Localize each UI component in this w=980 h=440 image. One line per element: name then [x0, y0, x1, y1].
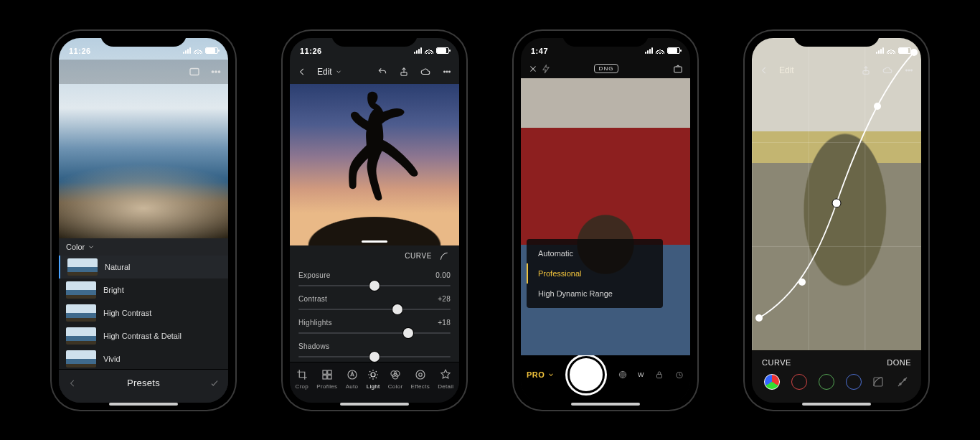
curve-panel: CURVE DONE [752, 350, 921, 403]
slider-contrast[interactable]: Contrast+28 [290, 291, 459, 314]
capture-mode-option[interactable]: High Dynamic Range [527, 284, 663, 304]
slider-track[interactable] [298, 332, 451, 334]
slider-knob[interactable] [369, 281, 380, 291]
channel-red[interactable] [791, 374, 807, 390]
channel-green[interactable] [819, 374, 834, 390]
toolbar: Crop Profiles Auto Light Color Effects D… [290, 362, 459, 403]
camera-top-bar: DNG [521, 60, 690, 78]
phone-light-edit: 11:26 Edit [283, 31, 466, 410]
white-balance-button[interactable]: W [638, 371, 644, 378]
slider-value: +28 [438, 295, 451, 303]
tool-effects[interactable]: Effects [408, 367, 433, 391]
slider-knob[interactable] [369, 352, 380, 362]
mode-button[interactable]: PRO [527, 370, 555, 379]
notch [793, 31, 880, 47]
aspect-icon[interactable] [188, 65, 201, 78]
more-icon[interactable] [903, 64, 915, 77]
slider-track[interactable] [298, 356, 451, 357]
status-time: 1:47 [531, 47, 548, 55]
tool-label: Crop [296, 383, 309, 390]
svg-point-28 [798, 278, 806, 286]
check-icon[interactable] [209, 377, 220, 390]
photo-preview[interactable]: 11:26 [59, 38, 228, 238]
timer-icon[interactable] [674, 370, 684, 380]
back-icon[interactable] [296, 65, 308, 78]
svg-point-3 [218, 70, 220, 72]
light-panel: CURVE Exposure0.00 Contrast+28 Highlight… [290, 245, 459, 362]
capture-mode-option[interactable]: Professional [527, 263, 663, 284]
curve-button[interactable]: CURVE [290, 245, 459, 267]
capture-mode-option[interactable]: Automatic [527, 243, 663, 263]
format-toggle[interactable]: DNG [594, 64, 619, 73]
slider-exposure[interactable]: Exposure0.00 [290, 267, 459, 291]
exposure-comp-button[interactable] [618, 370, 628, 380]
switch-camera-icon[interactable] [672, 62, 684, 75]
done-button[interactable]: DONE [887, 358, 911, 367]
more-icon[interactable] [440, 65, 453, 78]
auto-icon [346, 368, 359, 381]
back-icon[interactable] [758, 64, 771, 77]
svg-point-6 [446, 71, 448, 72]
slider-knob[interactable] [403, 328, 413, 338]
close-icon[interactable] [527, 62, 540, 75]
fx-icon [414, 368, 427, 381]
more-icon[interactable] [209, 65, 222, 78]
app-top-bar: Edit [290, 60, 459, 84]
preset-row[interactable]: Vivid [59, 347, 228, 369]
wifi-icon [425, 47, 433, 55]
crop-icon [296, 368, 308, 381]
drag-handle[interactable] [362, 240, 387, 243]
screen: 11:26 [59, 38, 228, 403]
preset-thumb [66, 350, 96, 368]
parametric-curve-icon[interactable] [872, 375, 885, 388]
slider-knob[interactable] [392, 304, 402, 314]
tool-color[interactable]: Color [385, 367, 406, 391]
chevron-left-icon[interactable] [67, 377, 77, 390]
tool-light[interactable]: Light [364, 367, 383, 391]
channel-blue[interactable] [846, 374, 862, 390]
edit-dropdown[interactable]: Edit [779, 65, 794, 75]
share-icon[interactable] [397, 65, 410, 78]
tool-detail[interactable]: Detail [435, 367, 456, 391]
preset-label: High Contrast & Detail [103, 332, 182, 340]
slider-highlights[interactable]: Highlights+18 [290, 314, 459, 338]
shutter-button[interactable] [567, 356, 605, 393]
cloud-icon[interactable] [419, 65, 432, 78]
slider-track[interactable] [298, 309, 451, 310]
channel-rgb[interactable] [764, 374, 780, 390]
photo-preview[interactable] [290, 84, 459, 245]
flash-icon[interactable] [540, 62, 552, 75]
preset-label: High Contrast [103, 309, 151, 317]
curve-icon [438, 250, 451, 263]
preset-label: Vivid [103, 355, 121, 363]
photo-preview[interactable]: Edit [752, 38, 921, 350]
camera-viewfinder[interactable]: AutomaticProfessionalHigh Dynamic Range [521, 78, 690, 355]
tool-auto[interactable]: Auto [343, 367, 362, 391]
svg-point-27 [755, 314, 763, 322]
phone-presets: 11:26 [52, 31, 235, 410]
undo-icon[interactable] [376, 65, 389, 78]
preset-thumb [66, 304, 96, 322]
preset-row[interactable]: High Contrast [59, 301, 228, 324]
phone-camera: 1:47 DNG AutomaticProfessionalHigh Dynam… [514, 31, 697, 410]
slider-shadows[interactable]: Shadows [290, 338, 459, 362]
preset-category[interactable]: Color [59, 238, 228, 256]
tool-profiles[interactable]: Profiles [314, 367, 340, 391]
edit-dropdown[interactable]: Edit [317, 67, 342, 77]
svg-point-24 [906, 70, 908, 71]
share-icon[interactable] [859, 64, 872, 77]
slider-track[interactable] [298, 285, 451, 286]
edit-label: Edit [317, 67, 332, 77]
preset-list[interactable]: Natural Bright High Contrast High Contra… [59, 256, 228, 369]
tool-crop[interactable]: Crop [293, 367, 312, 391]
lock-icon[interactable] [654, 370, 664, 380]
curve-label: CURVE [405, 252, 432, 260]
preset-row[interactable]: Bright [59, 278, 228, 301]
preset-row[interactable]: Natural [59, 256, 228, 278]
svg-point-13 [371, 373, 375, 377]
home-indicator [109, 403, 178, 406]
cloud-icon[interactable] [881, 64, 894, 77]
signal-icon [876, 47, 884, 54]
preset-row[interactable]: High Contrast & Detail [59, 324, 228, 347]
point-curve-icon[interactable] [896, 375, 909, 388]
